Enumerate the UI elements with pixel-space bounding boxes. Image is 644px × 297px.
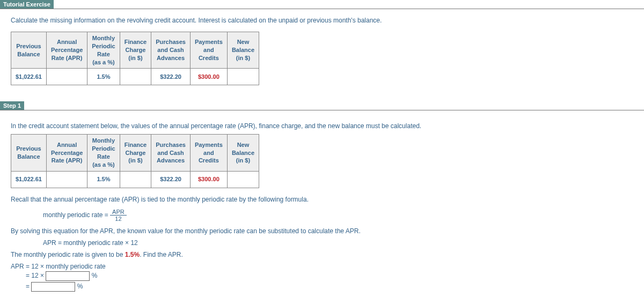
cell-apr <box>46 171 87 188</box>
cell-finance <box>120 171 151 188</box>
fraction: APR 12 <box>110 209 127 222</box>
mpr-given-value: 1.5% <box>125 251 140 258</box>
cell-payments: $300.00 <box>190 171 227 188</box>
input-apr-result[interactable] <box>31 282 75 292</box>
th-mpr: MonthlyPeriodicRate(as a %) <box>87 32 120 69</box>
calc-line-2-pre: = 12 × <box>26 272 44 279</box>
apr-equation: APR = monthly periodic rate × 12 <box>43 239 633 247</box>
mpr-given-line: The monthly periodic rate is given to be… <box>11 251 633 258</box>
solve-text: By solving this equation for the APR, th… <box>11 227 633 235</box>
table-header-row: PreviousBalance AnnualPercentageRate (AP… <box>11 32 259 69</box>
th-new-balance: NewBalance(in $) <box>227 32 259 69</box>
tutorial-content: Calculate the missing information on the… <box>0 13 644 98</box>
th-new-balance: NewBalance(in $) <box>227 135 259 171</box>
fraction-numerator: APR <box>110 209 127 216</box>
th-prev-balance: PreviousBalance <box>11 32 47 69</box>
formula: monthly periodic rate = APR 12 <box>43 209 633 222</box>
th-payments: PaymentsandCredits <box>190 32 227 69</box>
th-finance: FinanceCharge(in $) <box>120 32 151 69</box>
table-header-row: PreviousBalance AnnualPercentageRate (AP… <box>11 135 259 171</box>
input-rate[interactable] <box>46 271 90 281</box>
credit-table-1: PreviousBalance AnnualPercentageRate (AP… <box>11 32 259 85</box>
cell-purchases: $322.20 <box>151 69 191 85</box>
percent-label: % <box>92 272 98 279</box>
mpr-given-tail: . Find the APR. <box>140 251 183 258</box>
step1-intro: In the credit account statement below, t… <box>11 122 633 130</box>
tutorial-header-label: Tutorial Exercise <box>0 0 54 9</box>
table-row: $1,022.61 1.5% $322.20 $300.00 <box>11 69 259 85</box>
mpr-given-pre: The monthly periodic rate is given to be <box>11 251 125 258</box>
percent-label: % <box>77 283 83 290</box>
th-apr: AnnualPercentageRate (APR) <box>46 32 87 69</box>
cell-mpr: 1.5% <box>87 171 120 188</box>
cell-prev-balance: $1,022.61 <box>11 69 47 85</box>
th-prev-balance: PreviousBalance <box>11 135 47 171</box>
cell-new-balance <box>227 69 259 85</box>
cell-mpr: 1.5% <box>87 69 120 85</box>
cell-finance <box>120 69 151 85</box>
calc-line-3: = % <box>26 282 633 292</box>
th-purchases: Purchasesand CashAdvances <box>151 32 191 69</box>
payments-value: $300.00 <box>198 176 219 182</box>
divider <box>0 9 644 9</box>
instruction-text: Calculate the missing information on the… <box>11 17 633 24</box>
step1-header-label: Step 1 <box>0 101 24 110</box>
step1-content: In the credit account statement below, t… <box>0 115 644 297</box>
tutorial-header-bar: Tutorial Exercise <box>0 0 644 9</box>
fraction-denominator: 12 <box>110 216 127 222</box>
cell-payments: $300.00 <box>190 69 227 85</box>
th-mpr: MonthlyPeriodicRate(as a %) <box>87 135 120 171</box>
credit-table-2: PreviousBalance AnnualPercentageRate (AP… <box>11 134 259 188</box>
th-payments: PaymentsandCredits <box>190 135 227 171</box>
th-purchases: Purchasesand CashAdvances <box>151 135 191 171</box>
payments-value: $300.00 <box>198 73 219 80</box>
calc-line-3-pre: = <box>26 283 30 290</box>
step1-header-bar: Step 1 <box>0 101 644 110</box>
recall-text: Recall that the annual percentage rate (… <box>11 196 633 203</box>
th-finance: FinanceCharge(in $) <box>120 135 151 171</box>
table-row: $1,022.61 1.5% $322.20 $300.00 <box>11 171 259 188</box>
formula-lhs: monthly periodic rate = <box>43 211 108 219</box>
calc-line-2: = 12 × % <box>26 271 633 281</box>
th-apr: AnnualPercentageRate (APR) <box>46 135 87 171</box>
cell-purchases: $322.20 <box>151 171 191 188</box>
cell-prev-balance: $1,022.61 <box>11 171 47 188</box>
cell-new-balance <box>227 171 259 188</box>
divider <box>0 110 644 110</box>
cell-apr <box>46 69 87 85</box>
calc-line-1: APR = 12 × monthly periodic rate <box>11 263 633 270</box>
